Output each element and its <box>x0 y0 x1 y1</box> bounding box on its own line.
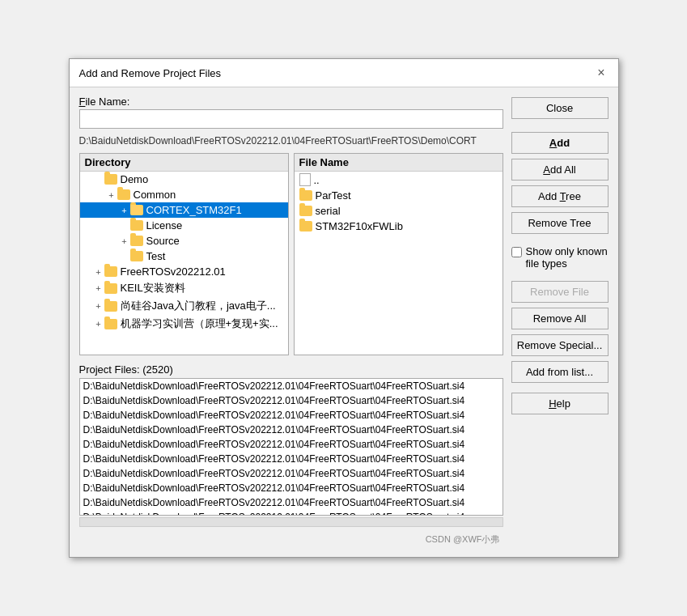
tree-item-freertos[interactable]: + FreeRTOSv202212.01 <box>80 264 288 279</box>
project-file-item[interactable]: D:\BaiduNetdiskDownload\FreeRTOSv202212.… <box>80 495 503 510</box>
project-file-item[interactable]: D:\BaiduNetdiskDownload\FreeRTOSv202212.… <box>80 466 503 481</box>
tree-item-common[interactable]: + Common <box>80 187 288 202</box>
expander-ml: + <box>93 319 104 329</box>
path-display: D:\BaiduNetdiskDownload\FreeRTOSv202212.… <box>79 134 503 148</box>
tree-item-silicon[interactable]: + 尚硅谷Java入门教程，java电子... <box>80 297 288 315</box>
file-name-section: File Name: <box>79 96 503 129</box>
tree-item-keil[interactable]: + KEIL安装资料 <box>80 279 288 297</box>
main-content: File Name: D:\BaiduNetdiskDownload\FreeR… <box>70 87 618 557</box>
title-bar: Add and Remove Project Files × <box>70 59 618 87</box>
project-file-item[interactable]: D:\BaiduNetdiskDownload\FreeRTOSv202212.… <box>80 452 503 466</box>
folder-icon-demo <box>104 174 117 185</box>
project-files-list[interactable]: D:\BaiduNetdiskDownload\FreeRTOSv202212.… <box>79 378 503 516</box>
directory-tree-panel[interactable]: Directory Demo + Common + <box>79 153 289 355</box>
remove-tree-button[interactable]: Remove Tree <box>511 212 609 234</box>
folder-icon-common <box>117 189 130 200</box>
add-remove-dialog: Add and Remove Project Files × File Name… <box>69 58 619 558</box>
add-from-list-button[interactable]: Add from list... <box>511 361 609 383</box>
close-button[interactable]: Close <box>511 97 609 119</box>
folder-icon-serial <box>299 206 312 216</box>
show-known-types-label: Show only known file types <box>526 245 609 270</box>
folder-icon-license <box>130 220 143 231</box>
tree-item-license[interactable]: License <box>80 218 288 233</box>
project-file-item[interactable]: D:\BaiduNetdiskDownload\FreeRTOSv202212.… <box>80 423 503 437</box>
folder-icon-keil <box>104 283 117 294</box>
project-file-item[interactable]: D:\BaiduNetdiskDownload\FreeRTOSv202212.… <box>80 481 503 495</box>
project-file-item[interactable]: D:\BaiduNetdiskDownload\FreeRTOSv202212.… <box>80 510 503 516</box>
expander-source: + <box>119 236 130 246</box>
show-known-types-section: Show only known file types <box>511 245 609 270</box>
folder-icon-silicon <box>104 301 117 312</box>
show-known-types-checkbox[interactable] <box>511 247 522 257</box>
expander-freertos: + <box>93 267 104 277</box>
file-row-stm32[interactable]: STM32F10xFWLib <box>295 219 503 234</box>
add-tree-button[interactable]: Add Tree <box>511 185 609 207</box>
add-all-button[interactable]: Add All <box>511 159 609 181</box>
folder-icon-freertos <box>104 266 117 277</box>
file-name-panel[interactable]: File Name .. ParTest serial <box>294 153 503 355</box>
project-files-label: Project Files: (2520) <box>79 363 503 376</box>
file-icon-dotdot <box>299 173 311 186</box>
panels-row: Directory Demo + Common + <box>79 153 503 355</box>
project-file-item[interactable]: D:\BaiduNetdiskDownload\FreeRTOSv202212.… <box>80 379 503 393</box>
dialog-title: Add and Remove Project Files <box>79 67 222 79</box>
file-name-label: File Name: <box>79 96 503 108</box>
folder-icon-source <box>130 236 143 246</box>
help-button[interactable]: Help <box>511 393 609 414</box>
expander-common: + <box>106 190 117 200</box>
directory-panel-header: Directory <box>80 154 288 172</box>
file-row-partest[interactable]: ParTest <box>295 188 503 203</box>
tree-item-demo[interactable]: Demo <box>80 172 288 187</box>
remove-special-button[interactable]: Remove Special... <box>511 334 609 356</box>
remove-file-button[interactable]: Remove File <box>511 281 609 303</box>
expander-keil: + <box>93 283 104 293</box>
title-bar-close-button[interactable]: × <box>594 66 608 80</box>
horizontal-scrollbar[interactable] <box>79 517 503 527</box>
project-file-item[interactable]: D:\BaiduNetdiskDownload\FreeRTOSv202212.… <box>80 408 503 423</box>
project-files-section: Project Files: (2520) D:\BaiduNetdiskDow… <box>79 363 503 527</box>
folder-icon-stm32 <box>299 221 312 232</box>
add-button[interactable]: Add <box>511 132 609 154</box>
file-row-dotdot[interactable]: .. <box>295 172 503 188</box>
remove-all-button[interactable]: Remove All <box>511 308 609 329</box>
expander-silicon: + <box>93 301 104 311</box>
folder-icon-ml <box>104 319 117 329</box>
project-file-item[interactable]: D:\BaiduNetdiskDownload\FreeRTOSv202212.… <box>80 437 503 452</box>
left-panel: File Name: D:\BaiduNetdiskDownload\FreeR… <box>79 96 503 549</box>
file-row-serial[interactable]: serial <box>295 203 503 219</box>
right-panel: Close Add Add All Add Tree Remove Tree S… <box>511 96 609 549</box>
folder-icon-test <box>130 251 143 261</box>
project-file-item[interactable]: D:\BaiduNetdiskDownload\FreeRTOSv202212.… <box>80 393 503 408</box>
add-button-label: dd <box>557 137 570 149</box>
tree-item-cortex[interactable]: + CORTEX_STM32F1 <box>80 202 288 218</box>
file-name-input[interactable] <box>79 109 503 129</box>
folder-icon-cortex <box>130 205 143 215</box>
expander-cortex: + <box>119 206 130 215</box>
tree-item-source[interactable]: + Source <box>80 233 288 249</box>
folder-icon-partest <box>299 190 312 201</box>
watermark: CSDN @XWF小弗 <box>79 532 503 549</box>
file-name-panel-header: File Name <box>295 154 503 172</box>
tree-item-test[interactable]: Test <box>80 249 288 264</box>
tree-item-ml[interactable]: + 机器学习实训营（原理+复现+实... <box>80 315 288 333</box>
